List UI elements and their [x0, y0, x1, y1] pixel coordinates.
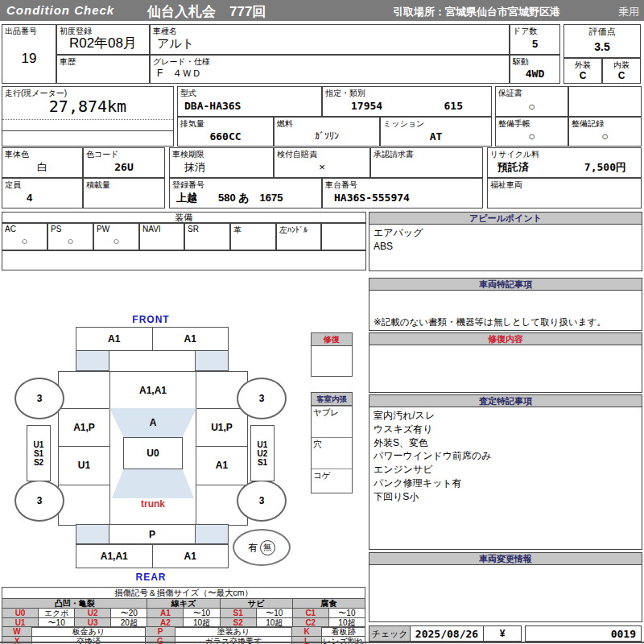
pickup-location: 引取場所：宮城県仙台市宮城野区港 — [393, 5, 560, 19]
spare-yes-label: 有 — [249, 541, 258, 555]
warranty-circle-mark: ○ — [496, 96, 568, 116]
cabin-item-burn: コゲ — [312, 469, 352, 492]
equipment-title: 装備 — [2, 212, 366, 223]
class-number-value: 615 — [444, 100, 463, 112]
interior-grade-value: C — [603, 68, 640, 83]
load-capacity-cell: 積載量 — [83, 178, 165, 208]
legend-desc: 塗装あり — [175, 627, 292, 637]
check-strip: チェック 2025/08/26 ¥ — [369, 625, 522, 642]
rear-bumper-right-mark: A1 — [153, 545, 229, 568]
exterior-grade-cell: 外装 C — [564, 58, 602, 84]
assessment-notes-panel: 査定特記事項 室内汚れ/スレ ウスキズ有り 外装S、変色 パワーウインドウ前席の… — [369, 394, 642, 550]
right-sill-marks: U1 U2 S1 — [250, 425, 275, 481]
right-fender-mark: U1,P — [196, 408, 247, 446]
equipment-sr-value — [185, 233, 229, 250]
legend-group-corrosion: 腐食 — [292, 599, 365, 609]
welfare-vehicle-value — [488, 188, 641, 208]
rear-bumper: A1,A1 A1 — [76, 544, 229, 568]
equipment-lhd-cell: 左ﾊﾝﾄﾞﾙ — [276, 223, 321, 250]
doors-cell: ドア数 5 — [510, 24, 560, 55]
rear-panel-mark: P — [109, 524, 196, 544]
car-body: A1,A1 A1,P U1,P U1 A1 A U0 trunk — [58, 371, 248, 526]
legend-desc: 板金あり — [32, 627, 146, 637]
legend-code: A1 — [147, 609, 184, 618]
wheel-rear-left: 3 — [14, 480, 64, 522]
first-registration-value: R02年08月 — [57, 31, 149, 54]
check-label: チェック — [369, 626, 411, 641]
wheel-front-right: 3 — [237, 378, 287, 419]
assessment-notes-title: 査定特記事項 — [369, 395, 642, 407]
exterior-grade-value: C — [564, 68, 601, 83]
equipment-leather-cell: 革 — [230, 223, 276, 250]
drive-value: 4WD — [510, 64, 559, 83]
transmission-value: AT — [381, 126, 491, 146]
legend-group-scratch: 線キズ — [147, 599, 220, 609]
equipment-lhd-value — [277, 233, 320, 250]
rear-left-corner-highlight — [76, 524, 109, 544]
legend-code: W — [2, 627, 32, 637]
vehicle-notes-text: ※記載のない書類・機器等は無しとして取り扱います。 — [369, 291, 642, 330]
legend-code: P — [146, 627, 175, 637]
equipment-pw-circle-mark: ○ — [94, 233, 138, 250]
change-info-panel: 車両変更情報 — [369, 552, 642, 622]
history-value — [57, 64, 149, 83]
equipment-leather-value — [231, 233, 275, 250]
cabin-item-hole: 穴 — [312, 437, 352, 469]
inspection-cell: 車検期限 抹消 — [169, 147, 274, 178]
wheel-front-left: 3 — [14, 378, 64, 419]
model-name-cell: 車種名 アルト — [150, 24, 510, 55]
left-fender-mark: A1,P — [59, 408, 109, 446]
vehicle-notes-panel: 車両特記事項 ※記載のない書類・機器等は無しとして取り扱います。 — [369, 278, 642, 331]
maintenance-book-cell: 整備手帳 ○ — [495, 117, 568, 147]
color-code-cell: 色コード 26U — [83, 147, 165, 178]
windshield-mark: A — [109, 408, 196, 437]
body-color-cell: 車体色 白 — [2, 147, 83, 178]
legend-desc: 〜10 — [184, 609, 220, 618]
cabin-lining-title: 客室内張 — [312, 393, 352, 406]
front-right-corner-highlight — [195, 350, 229, 371]
grade-value: F ４ＷＤ — [151, 64, 509, 83]
equipment-navi-value — [140, 233, 184, 250]
approval-request-value — [371, 157, 482, 177]
front-label: FRONT — [121, 314, 181, 325]
recycle-fee-value: 7,500円 — [584, 160, 626, 175]
type-class-cell: 指定・類別 17954 615 — [322, 86, 492, 117]
spare-no-circle-mark: 無 — [260, 540, 275, 555]
appeal-points-text: エアバッグ ABS — [369, 225, 642, 270]
right-door-mark: A1 — [196, 446, 247, 485]
assessment-notes-text: 室内汚れ/スレ ウスキズ有り 外装S、変色 パワーウインドウ前席のみ エンジンサ… — [369, 407, 642, 549]
exhibit-number-cell: 出品番号 19 — [2, 24, 56, 84]
equipment-pw-cell: PW○ — [93, 223, 139, 250]
warranty-empty-cell — [568, 86, 642, 117]
equipment-extra-cell — [321, 223, 366, 250]
currency-mark: ¥ — [483, 626, 521, 641]
rear-bumper-left-mark: A1,A1 — [76, 545, 153, 568]
maintenance-record-circle-mark: ○ — [569, 126, 641, 146]
repair-flag-box: 修復 — [311, 332, 353, 377]
equipment-navi-cell: NAVI — [139, 223, 184, 250]
type-number-value: 17954 — [351, 100, 382, 112]
legend-desc: 〜10 — [328, 609, 365, 618]
score-value: 3.5 — [564, 35, 640, 57]
legend-group-rust: サビ — [220, 599, 292, 609]
legend-desc: 〜10 — [256, 609, 292, 618]
equipment-ac-cell: AC○ — [2, 223, 47, 250]
divider — [59, 485, 109, 485]
legend-desc: 〜20 — [111, 609, 147, 618]
change-info-title: 車両変更情報 — [369, 553, 642, 565]
capacity-value: 4 — [2, 188, 82, 208]
spare-tire-indicator: 有 無 — [233, 529, 291, 566]
mileage-cell: 走行(現メーター) 27,874km — [2, 86, 174, 147]
body-color-value: 白 — [2, 157, 82, 177]
front-left-corner-highlight — [76, 350, 109, 371]
repair-flag-title: 修復 — [312, 333, 352, 346]
inspection-value: 抹消 — [170, 157, 273, 177]
trunk-label: trunk — [113, 498, 193, 510]
legend-code: U0 — [2, 609, 39, 618]
vehicle-category: 乗用 — [618, 5, 639, 19]
legend-code: K — [292, 627, 322, 637]
rear-right-corner-highlight — [195, 524, 229, 544]
registration-number-cell: 登録番号 上越 580 あ 1675 — [169, 178, 322, 208]
auction-title: 仙台入札会 777回 — [147, 2, 266, 21]
model-code-cell: 型式 DBA-HA36S — [177, 86, 322, 117]
